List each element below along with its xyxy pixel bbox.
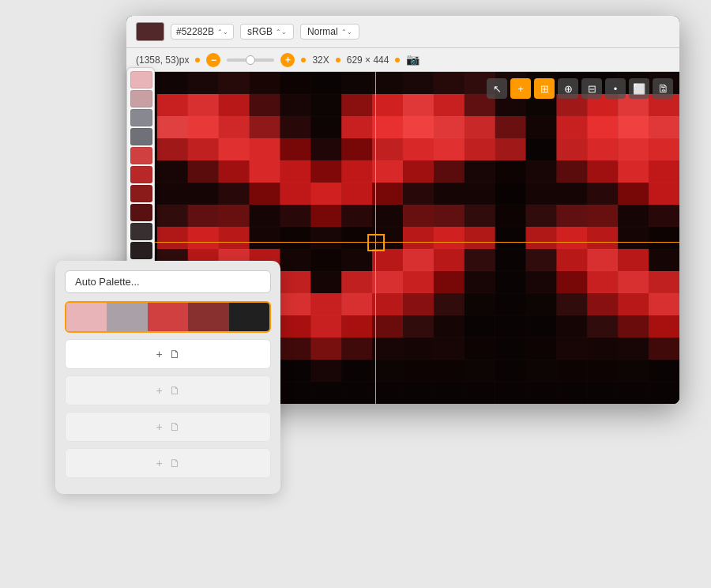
zoom-in-button[interactable]: + [280,53,295,67]
zoom-slider[interactable] [227,58,274,62]
add-icon-4: + [156,457,162,469]
palette-seg-0-0 [66,303,107,331]
add-icon-2: + [156,384,162,397]
hex-chevron: ⌃⌄ [217,28,228,36]
crosshair-horizontal [126,242,679,243]
import-icon-2: 🗋 [169,384,180,397]
hex-input[interactable]: #52282B ⌃⌄ [171,24,234,40]
export-tool-button[interactable]: 🖺 [653,78,673,99]
colorspace-chevron: ⌃⌄ [276,28,287,36]
blendmode-label: Normal [307,26,338,37]
palette-add-row-1[interactable]: + 🗋 [65,339,271,369]
import-icon-1: 🗋 [169,348,180,360]
crop-tool-button[interactable]: ⬜ [629,78,649,99]
dot-separator3 [336,58,340,62]
grid-tool-button[interactable]: ⊞ [534,78,555,99]
palette-seg-0-4 [229,303,269,331]
palette-row-0[interactable] [65,301,271,333]
add-icon-3: + [156,420,162,433]
tile-tool-button[interactable]: ⊟ [581,78,602,99]
palette-add-row-3[interactable]: + 🗋 [65,412,271,442]
swatch-5[interactable] [130,166,152,183]
zoom-level: 32X [312,55,329,66]
auto-palette-button[interactable]: Auto Palette... [65,270,271,293]
color-sidebar: ··· [126,67,155,279]
add-icon-1: + [156,348,162,360]
toolbar-row1: #52282B ⌃⌄ sRGB ⌃⌄ Normal ⌃⌄ [126,16,679,48]
zoom-out-button[interactable]: − [206,53,220,67]
swatch-0[interactable] [130,71,152,89]
grid2-tool-button[interactable]: ⊕ [558,78,578,99]
swatch-4[interactable] [130,147,152,164]
blendmode-dropdown[interactable]: Normal ⌃⌄ [300,24,359,40]
palette-seg-0-1 [107,303,147,331]
swatch-7[interactable] [130,204,152,221]
select-tool-button[interactable]: ↖ [487,78,507,99]
colorspace-label: sRGB [247,26,273,37]
palette-seg-0-2 [148,303,188,331]
crosshair-box [367,234,385,251]
crosshair-tool-button[interactable]: + [510,78,531,99]
coordinates: (1358, 53)px [136,55,189,66]
colorspace-dropdown[interactable]: sRGB ⌃⌄ [240,24,294,40]
auto-palette-label: Auto Palette... [75,276,140,288]
toolbar-row2: (1358, 53)px − + 32X 629 × 444 📷 [126,48,679,72]
import-icon-3: 🗋 [169,420,180,433]
palette-seg-0-3 [188,303,228,331]
import-icon-4: 🗋 [169,457,180,469]
auto-palette-panel: Auto Palette... + 🗋 + 🗋 + 🗋 + 🗋 [55,261,280,494]
dot-tool-button[interactable]: • [605,78,626,99]
blendmode-chevron: ⌃⌄ [341,28,352,36]
dimensions: 629 × 444 [347,55,389,66]
dot-separator1 [195,58,200,62]
camera-icon[interactable]: 📷 [406,53,420,67]
dot-separator4 [395,58,400,62]
palette-add-row-2[interactable]: + 🗋 [65,375,271,405]
hex-value: #52282B [176,26,214,37]
color-swatch[interactable] [136,22,164,41]
swatch-9[interactable] [130,242,152,259]
swatch-8[interactable] [130,223,152,240]
swatch-6[interactable] [130,185,152,202]
swatch-1[interactable] [130,90,152,107]
palette-add-row-4[interactable]: + 🗋 [65,448,271,478]
zoom-slider-thumb [246,55,255,65]
canvas-toolbar: ↖ + ⊞ ⊕ ⊟ • ⬜ 🖺 [487,78,673,99]
dot-separator2 [301,58,306,62]
swatch-3[interactable] [130,128,152,145]
swatch-2[interactable] [130,109,152,126]
